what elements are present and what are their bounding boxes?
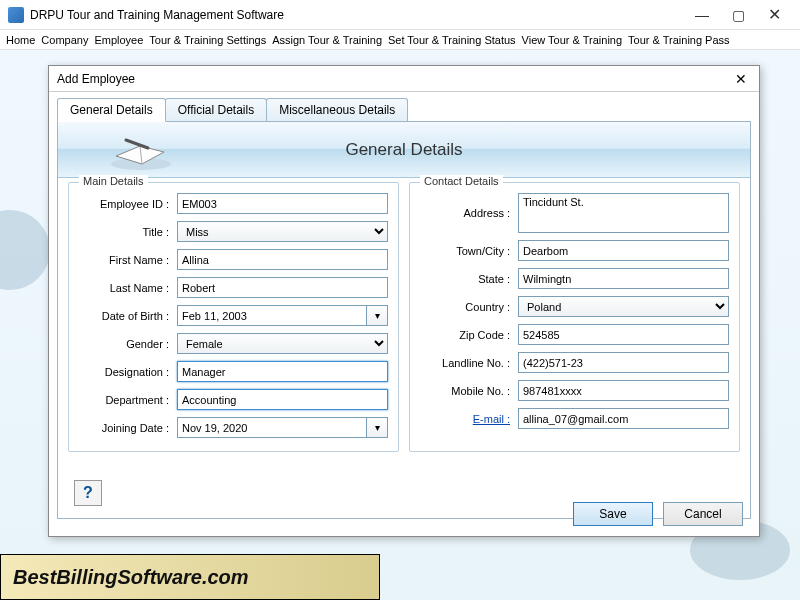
cancel-button[interactable]: Cancel	[663, 502, 743, 526]
dialog-title: Add Employee	[57, 72, 731, 86]
state-label: State :	[420, 273, 518, 285]
watermark-text: BestBillingSoftware.com	[13, 566, 249, 589]
contact-details-legend: Contact Details	[420, 175, 503, 187]
designation-label: Designation :	[79, 366, 177, 378]
employee-id-field[interactable]	[177, 193, 388, 214]
joining-date-label: Joining Date :	[79, 422, 177, 434]
notebook-icon	[106, 128, 176, 172]
add-employee-dialog: Add Employee ✕ General Details Official …	[48, 65, 760, 537]
joining-date-field[interactable]	[177, 417, 366, 438]
question-icon: ?	[83, 484, 93, 502]
last-name-label: Last Name :	[79, 282, 177, 294]
help-button[interactable]: ?	[74, 480, 102, 506]
menu-tour-training-pass[interactable]: Tour & Training Pass	[628, 34, 730, 46]
app-icon	[8, 7, 24, 23]
tab-general-details[interactable]: General Details	[57, 98, 166, 122]
last-name-field[interactable]	[177, 277, 388, 298]
employee-id-label: Employee ID :	[79, 198, 177, 210]
dialog-buttons: Save Cancel	[573, 502, 743, 526]
main-details-group: Main Details Employee ID : Title : Miss …	[68, 182, 399, 452]
menu-tour-training-settings[interactable]: Tour & Training Settings	[149, 34, 266, 46]
tab-panel: General Details Main Details Employee ID…	[57, 121, 751, 519]
email-label[interactable]: E-mail :	[420, 413, 518, 425]
state-field[interactable]	[518, 268, 729, 289]
menu-employee[interactable]: Employee	[94, 34, 143, 46]
background-decoration	[0, 210, 50, 290]
title-select[interactable]: Miss	[177, 221, 388, 242]
country-label: Country :	[420, 301, 518, 313]
gender-select[interactable]: Female	[177, 333, 388, 354]
workspace: Add Employee ✕ General Details Official …	[0, 50, 800, 600]
joining-calendar-icon[interactable]: ▾	[366, 417, 388, 438]
gender-label: Gender :	[79, 338, 177, 350]
title-label: Title :	[79, 226, 177, 238]
tab-official-details[interactable]: Official Details	[165, 98, 267, 122]
email-field[interactable]	[518, 408, 729, 429]
window-title: DRPU Tour and Training Management Softwa…	[30, 8, 684, 22]
panel-banner: General Details	[58, 122, 750, 178]
save-button[interactable]: Save	[573, 502, 653, 526]
main-details-legend: Main Details	[79, 175, 148, 187]
landline-label: Landline No. :	[420, 357, 518, 369]
department-field[interactable]	[177, 389, 388, 410]
dialog-titlebar: Add Employee ✕	[49, 66, 759, 92]
mobile-label: Mobile No. :	[420, 385, 518, 397]
banner-title: General Details	[345, 140, 462, 160]
menu-assign-tour-training[interactable]: Assign Tour & Training	[272, 34, 382, 46]
dob-field[interactable]	[177, 305, 366, 326]
dialog-close-button[interactable]: ✕	[731, 71, 751, 87]
zip-label: Zip Code :	[420, 329, 518, 341]
landline-field[interactable]	[518, 352, 729, 373]
town-label: Town/City :	[420, 245, 518, 257]
dob-label: Date of Birth :	[79, 310, 177, 322]
first-name-label: First Name :	[79, 254, 177, 266]
menu-company[interactable]: Company	[41, 34, 88, 46]
designation-field[interactable]	[177, 361, 388, 382]
country-select[interactable]: Poland	[518, 296, 729, 317]
contact-details-group: Contact Details Address : Tincidunt St. …	[409, 182, 740, 452]
menu-set-tour-training-status[interactable]: Set Tour & Training Status	[388, 34, 516, 46]
zip-field[interactable]	[518, 324, 729, 345]
town-field[interactable]	[518, 240, 729, 261]
tab-strip: General Details Official Details Miscell…	[57, 98, 751, 122]
watermark: BestBillingSoftware.com	[0, 554, 380, 600]
minimize-button[interactable]: —	[684, 3, 720, 27]
close-button[interactable]: ✕	[756, 3, 792, 27]
menu-view-tour-training[interactable]: View Tour & Training	[522, 34, 622, 46]
maximize-button[interactable]: ▢	[720, 3, 756, 27]
titlebar: DRPU Tour and Training Management Softwa…	[0, 0, 800, 30]
department-label: Department :	[79, 394, 177, 406]
tab-miscellaneous-details[interactable]: Miscellaneous Details	[266, 98, 408, 122]
menu-home[interactable]: Home	[6, 34, 35, 46]
dob-calendar-icon[interactable]: ▾	[366, 305, 388, 326]
address-field[interactable]: Tincidunt St.	[518, 193, 729, 233]
mobile-field[interactable]	[518, 380, 729, 401]
first-name-field[interactable]	[177, 249, 388, 270]
menubar: Home Company Employee Tour & Training Se…	[0, 30, 800, 50]
address-label: Address :	[420, 207, 518, 219]
